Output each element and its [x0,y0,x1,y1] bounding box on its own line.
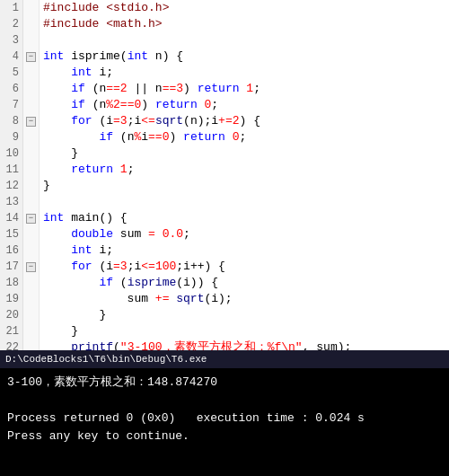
line-number: 4 [0,48,22,65]
line-number: 15 [0,226,22,242]
fold-cell [23,162,39,178]
code-line [43,194,445,210]
fold-gutter[interactable]: −−−− [23,0,40,350]
terminal-line: 3-100，素数平方根之和：148.874270 [7,374,442,392]
fold-cell [23,0,39,16]
fold-cell [23,307,39,323]
fold-box[interactable]: − [26,214,36,224]
fold-cell [23,97,39,113]
fold-cell [23,275,39,291]
line-number: 5 [0,65,22,81]
fold-cell [23,323,39,339]
line-number: 20 [0,307,22,323]
fold-box[interactable]: − [26,52,36,62]
line-number: 8 [0,113,22,129]
code-text: #include <stdio.h>#include <math.h> int … [40,0,449,350]
line-number: 18 [0,275,22,291]
code-line: int i; [43,65,445,81]
line-number: 10 [0,145,22,162]
fold-cell [23,291,39,307]
fold-cell[interactable]: − [23,259,39,275]
terminal-title: D:\CodeBlocks1\T6\bin\Debug\T6.exe [5,354,207,365]
code-line: int main() { [43,210,445,226]
fold-cell [23,178,39,194]
line-number: 1 [0,0,22,16]
code-editor: 1234567891011121314151617181920212223242… [0,0,449,350]
terminal-line [7,392,442,410]
code-line: #include <stdio.h> [43,0,445,16]
fold-cell [23,16,39,32]
line-numbers: 1234567891011121314151617181920212223242… [0,0,23,350]
fold-cell [23,145,39,162]
fold-cell[interactable]: − [23,48,39,65]
code-line: double sum = 0.0; [43,226,445,242]
code-line: if (n%2==0) return 0; [43,97,445,113]
line-number: 9 [0,129,22,145]
code-line: } [43,145,445,162]
line-number: 3 [0,32,22,48]
fold-cell [23,129,39,145]
code-line: } [43,307,445,323]
line-number: 16 [0,242,22,259]
code-line: return 1; [43,162,445,178]
line-number: 22 [0,339,22,350]
code-line: sum += sqrt(i); [43,291,445,307]
fold-cell [23,194,39,210]
terminal-output: 3-100，素数平方根之和：148.874270Process returned… [0,368,449,476]
fold-box[interactable]: − [26,262,36,272]
fold-cell [23,339,39,350]
code-line [43,32,445,48]
code-line: } [43,323,445,339]
terminal-line: Press any key to continue. [7,428,442,445]
code-line: if (n==2 || n==3) return 1; [43,81,445,97]
fold-cell [23,81,39,97]
line-number: 19 [0,291,22,307]
line-number: 13 [0,194,22,210]
line-number: 17 [0,259,22,275]
code-line: #include <math.h> [43,16,445,32]
line-number: 2 [0,16,22,32]
code-line: int i; [43,242,445,259]
fold-cell [23,32,39,48]
code-line: for (i=3;i<=sqrt(n);i+=2) { [43,113,445,129]
line-number: 11 [0,162,22,178]
fold-cell[interactable]: − [23,210,39,226]
fold-cell [23,242,39,259]
code-line: if (n%i==0) return 0; [43,129,445,145]
code-line: } [43,178,445,194]
terminal-title-bar: D:\CodeBlocks1\T6\bin\Debug\T6.exe [0,350,449,368]
code-line: int isprime(int n) { [43,48,445,65]
code-line: if (isprime(i)) { [43,275,445,291]
line-number: 12 [0,178,22,194]
code-line: for (i=3;i<=100;i++) { [43,259,445,275]
line-number: 7 [0,97,22,113]
fold-cell [23,65,39,81]
fold-cell[interactable]: − [23,113,39,129]
fold-cell [23,226,39,242]
fold-box[interactable]: − [26,117,36,127]
code-line: printf("3-100，素数平方根之和：%f\n", sum); [43,339,445,350]
line-number: 6 [0,81,22,97]
terminal-line: Process returned 0 (0x0) execution time … [7,410,442,428]
line-number: 14 [0,210,22,226]
line-number: 21 [0,323,22,339]
